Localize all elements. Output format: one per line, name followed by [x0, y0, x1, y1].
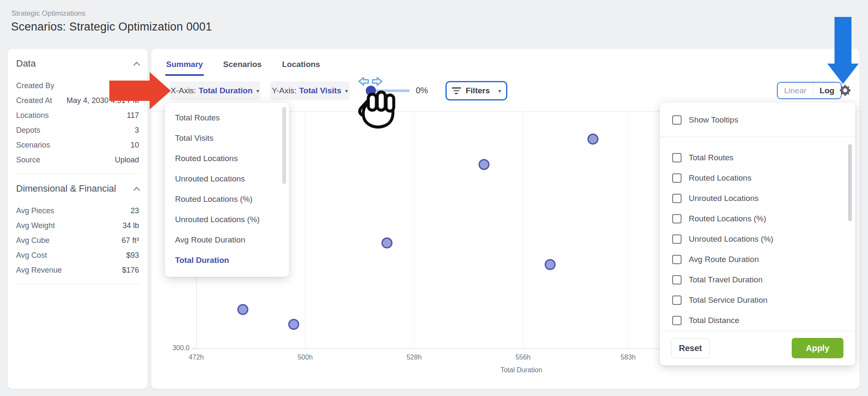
scale-option-linear[interactable]: Linear	[778, 83, 813, 98]
menu-item[interactable]: Total Duration	[165, 250, 289, 271]
option-label: Total Distance	[689, 316, 739, 325]
reset-button[interactable]: Reset	[671, 338, 710, 358]
settings-option-row[interactable]: Total Service Duration	[660, 290, 855, 310]
detail-label: Scenarios	[16, 141, 50, 150]
dimensional-section-title: Dimensional & Financial	[16, 183, 116, 194]
filter-lines-icon	[452, 87, 461, 94]
dimensional-rows: Avg Pieces23Avg Weight34 lbAvg Cube67 ft…	[14, 198, 141, 278]
apply-button[interactable]: Apply	[792, 338, 843, 358]
menu-item[interactable]: Total Visits	[165, 128, 289, 148]
detail-value: 23	[131, 206, 139, 215]
x-axis-selector[interactable]: X-Axis: Total Duration ▾	[170, 81, 260, 100]
settings-option-row[interactable]: Routed Locations (%)	[660, 209, 855, 229]
menu-item[interactable]: Routed Locations	[165, 148, 289, 169]
x-tick-label: 556h	[504, 354, 542, 361]
data-section-title: Data	[16, 58, 36, 69]
y-axis-selector[interactable]: Y-Axis: Total Visits ▾	[270, 81, 350, 100]
option-label: Total Travel Duration	[689, 275, 762, 284]
data-point[interactable]	[288, 319, 299, 330]
option-label: Avg Route Duration	[689, 255, 759, 264]
data-point[interactable]	[587, 134, 598, 145]
chevron-down-icon: ▾	[345, 88, 348, 94]
slider-track[interactable]	[371, 89, 410, 92]
tab-summary[interactable]: Summary	[165, 57, 204, 76]
detail-row: Avg Revenue$176	[16, 263, 139, 278]
data-point[interactable]	[381, 237, 392, 248]
x-tick-label: 583h	[609, 354, 647, 361]
option-checkbox[interactable]	[672, 275, 682, 284]
detail-value: May 4, 2030 4:51 PM	[67, 96, 139, 105]
option-checkbox[interactable]	[672, 173, 682, 183]
detail-label: Avg Cost	[16, 251, 47, 260]
gridline	[628, 111, 629, 349]
detail-label: Source	[16, 156, 40, 165]
option-checkbox[interactable]	[672, 255, 682, 264]
detail-row: Created ByBrian S	[16, 78, 139, 93]
chart-settings-panel: Show Tooltips Total RoutesRouted Locatio…	[660, 103, 855, 365]
option-checkbox[interactable]	[672, 153, 682, 162]
option-checkbox[interactable]	[672, 316, 682, 325]
gridline	[414, 111, 415, 349]
settings-option-row[interactable]: Unrouted Locations (%)	[660, 229, 855, 249]
detail-value: $176	[122, 266, 139, 275]
detail-value: Brian S	[114, 81, 139, 90]
detail-label: Created By	[16, 81, 54, 90]
tab-scenarios[interactable]: Scenarios	[223, 57, 263, 76]
option-label: Routed Locations	[689, 173, 751, 183]
settings-option-row[interactable]: Avg Route Duration	[660, 249, 855, 270]
option-checkbox[interactable]	[672, 214, 682, 223]
option-checkbox[interactable]	[672, 296, 682, 305]
option-label: Unrouted Locations	[689, 194, 759, 203]
detail-row: Avg Cost$93	[16, 248, 139, 263]
collapse-chevron-icon[interactable]	[134, 187, 140, 193]
x-axis-prefix: X-Axis:	[170, 86, 196, 95]
detail-label: Avg Pieces	[16, 206, 54, 215]
y-tick-label: 300.0	[163, 344, 189, 352]
show-tooltips-checkbox[interactable]	[672, 115, 682, 125]
menu-item[interactable]: Total Routes	[165, 108, 289, 128]
detail-value: 3	[135, 126, 139, 135]
filters-button[interactable]: Filters ▾	[445, 81, 507, 100]
divider	[660, 137, 855, 137]
option-label: Total Routes	[689, 153, 734, 162]
settings-option-row[interactable]: Total Travel Duration	[660, 270, 855, 290]
settings-option-row[interactable]: Unrouted Locations	[660, 188, 855, 209]
detail-row: Avg Weight34 lb	[16, 218, 139, 233]
details-sidebar: Data Created ByBrian SCreated AtMay 4, 2…	[8, 49, 147, 389]
detail-row: Scenarios10	[16, 138, 139, 153]
chart-toolbar: X-Axis: Total Duration ▾ Y-Axis: Total V…	[151, 81, 860, 100]
chevron-down-icon: ▾	[498, 88, 501, 94]
gridline	[523, 111, 523, 349]
settings-option-row[interactable]: Total Routes	[660, 148, 855, 168]
data-point[interactable]	[479, 159, 490, 170]
tab-locations[interactable]: Locations	[281, 57, 321, 76]
scale-option-log[interactable]: Log	[813, 83, 841, 98]
menu-item[interactable]: Avg Route Duration	[165, 230, 289, 250]
data-point[interactable]	[545, 259, 556, 270]
option-checkbox[interactable]	[672, 194, 682, 203]
breadcrumb[interactable]: Strategic Optimizations	[11, 9, 86, 18]
divider	[660, 331, 855, 331]
dropdown-scrollbar[interactable]	[282, 107, 286, 184]
detail-label: Created At	[16, 96, 52, 105]
menu-item[interactable]: Unrouted Locations (%)	[165, 209, 289, 230]
settings-option-row[interactable]: Routed Locations	[660, 168, 855, 188]
settings-option-row[interactable]: Total Distance	[660, 310, 855, 331]
detail-row: Created AtMay 4, 2030 4:51 PM	[16, 93, 139, 108]
menu-item[interactable]: Unrouted Locations	[165, 169, 289, 189]
detail-row: Locations117	[16, 108, 139, 123]
collapse-chevron-icon[interactable]	[134, 61, 140, 68]
gear-icon[interactable]	[839, 84, 851, 97]
detail-row: Avg Pieces23	[16, 204, 139, 218]
settings-scrollbar[interactable]	[848, 144, 852, 221]
option-label: Unrouted Locations (%)	[689, 234, 773, 244]
option-checkbox[interactable]	[672, 234, 682, 244]
show-tooltips-row[interactable]: Show Tooltips	[660, 110, 855, 130]
x-axis-title: Total Duration	[487, 366, 555, 374]
menu-item[interactable]: Routed Locations (%)	[165, 189, 289, 209]
dimensional-financial-section: Dimensional & Financial Avg Pieces23Avg …	[8, 174, 147, 284]
page-title: Scenarios: Strategic Optimization 0001	[11, 20, 212, 33]
slider-thumb[interactable]	[366, 86, 376, 96]
chevron-down-icon: ▾	[256, 88, 259, 94]
data-point[interactable]	[237, 304, 248, 315]
